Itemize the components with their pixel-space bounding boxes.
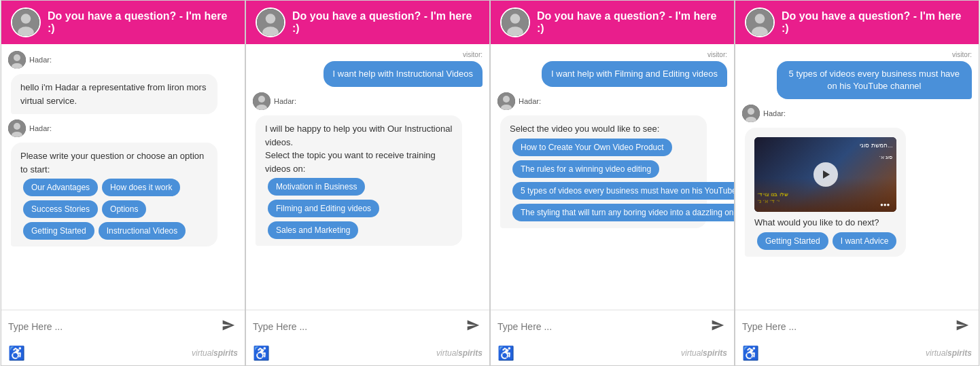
bubble-bot-3: Select the video you would like to see: …	[500, 115, 707, 228]
options-group-1: Our Advantages How does it work Success …	[23, 179, 208, 240]
option-options[interactable]: Options	[102, 200, 146, 218]
bubble-bot-1b: Please write your question or choose an …	[11, 143, 217, 246]
chat-widget-4: Do you have a question? - I'm here :) vi…	[735, 0, 979, 366]
svg-point-16	[510, 14, 521, 24]
chat-widget-3: Do you have a question? - I'm here :) vi…	[490, 0, 735, 366]
svg-point-22	[755, 14, 765, 24]
avatar-1	[11, 7, 41, 37]
accessibility-icon-1: ♿	[8, 345, 25, 361]
option-5-types-videos[interactable]: 5 types of videos every business must ha…	[512, 182, 734, 200]
chat-input-area-2	[246, 310, 489, 342]
option-i-want-advice[interactable]: I want Advice	[833, 232, 897, 250]
video-thumbnail[interactable]: חמשת סוגי... סוג א׳ שלו בנו צוי ד׳י׳ ד׳ …	[754, 137, 896, 212]
header-text-3: Do you have a question? - I'm here :)	[537, 10, 724, 35]
bubble-visitor-2: I want help with Instructional Videos	[323, 61, 483, 87]
bot-avatar-1b	[8, 120, 26, 137]
bubble-bot-1a: hello i'm Hadar a representative from li…	[11, 74, 217, 114]
chat-header-4: Do you have a question? - I'm here :)	[735, 1, 979, 44]
svg-point-1	[21, 14, 31, 24]
svg-point-13	[258, 96, 265, 103]
accessibility-icon-3: ♿	[497, 345, 514, 361]
option-getting-started-4[interactable]: Getting Started	[757, 232, 828, 250]
chat-input-2[interactable]	[253, 321, 463, 332]
brand-1: virtualspirits	[192, 348, 238, 358]
chat-input-area-3	[491, 310, 734, 342]
header-text-1: Do you have a question? - I'm here :)	[48, 10, 235, 35]
header-text-2: Do you have a question? - I'm here :)	[292, 10, 480, 35]
bubble-bot-2: I will be happy to help you with Our Ins…	[256, 115, 462, 246]
chat-footer-1: ♿ virtualspirits	[1, 342, 245, 365]
messages-3: visitor: I want help with Filming and Ed…	[491, 44, 734, 310]
bot-avatar-4	[742, 105, 760, 122]
option-filming[interactable]: Filming and Editing videos	[268, 200, 379, 217]
chat-input-3[interactable]	[497, 321, 708, 332]
chat-input-area-4	[735, 310, 979, 342]
brand-2: virtualspirits	[436, 348, 483, 358]
option-instructional-videos[interactable]: Instructional Videos	[99, 222, 186, 240]
option-getting-started[interactable]: Getting Started	[23, 222, 94, 240]
accessibility-icon-2: ♿	[253, 345, 270, 361]
bot-sender-1a: Hadar:	[8, 51, 238, 69]
svg-point-7	[14, 123, 20, 130]
bot-sender-3: Hadar:	[497, 92, 727, 110]
option-sales-marketing[interactable]: Sales and Marketing	[268, 221, 358, 239]
chat-header-2: Do you have a question? - I'm here :)	[246, 1, 489, 44]
send-button-2[interactable]	[463, 316, 483, 337]
chat-input-1[interactable]	[8, 321, 219, 332]
avatar-2	[256, 7, 285, 37]
bot-sender-1b: Hadar:	[8, 120, 238, 137]
visitor-label-2: visitor:	[253, 51, 483, 58]
messages-1: Hadar: hello i'm Hadar a representative …	[1, 44, 245, 310]
chat-input-4[interactable]	[742, 321, 953, 332]
option-styling-video[interactable]: The styling that will turn any boring vi…	[512, 204, 734, 221]
send-button-4[interactable]	[953, 316, 972, 337]
bot-avatar-3	[497, 92, 515, 110]
brand-4: virtualspirits	[926, 348, 972, 358]
brand-3: virtualspirits	[681, 348, 727, 358]
svg-point-4	[14, 54, 20, 61]
bot-sender-4: Hadar:	[742, 105, 972, 122]
bubble-visitor-3: I want help with Filming and Editing vid…	[542, 61, 727, 87]
chat-widgets-container: Do you have a question? - I'm here :) Ha…	[1, 0, 979, 366]
svg-marker-27	[823, 170, 830, 179]
option-our-advantages[interactable]: Our Advantages	[23, 179, 98, 196]
options-group-2: Motivation in Business Filming and Editi…	[268, 178, 453, 239]
chat-widget-1: Do you have a question? - I'm here :) Ha…	[1, 0, 245, 366]
what-next-text: What would you like to do next?	[754, 216, 896, 230]
chat-footer-2: ♿ virtualspirits	[246, 342, 489, 365]
bot-sender-2: Hadar:	[253, 92, 483, 110]
header-text-4: Do you have a question? - I'm here :)	[782, 10, 969, 35]
visitor-label-3: visitor:	[497, 51, 727, 58]
chat-footer-3: ♿ virtualspirits	[491, 342, 734, 365]
chat-footer-4: ♿ virtualspirits	[735, 342, 979, 365]
svg-point-25	[748, 108, 754, 115]
chat-widget-2: Do you have a question? - I'm here :) vi…	[245, 0, 490, 366]
messages-2: visitor: I want help with Instructional …	[246, 44, 489, 310]
svg-point-10	[266, 14, 276, 24]
video-play-button[interactable]	[813, 162, 838, 187]
options-group-4: Getting Started I want Advice	[757, 232, 896, 250]
avatar-4	[745, 7, 775, 37]
accessibility-icon-4: ♿	[742, 345, 759, 361]
messages-4: visitor: 5 types of videos every busines…	[735, 44, 979, 310]
chat-input-area-1	[1, 310, 245, 342]
bot-avatar-2	[253, 92, 270, 110]
bubble-visitor-4: 5 types of videos every business must ha…	[777, 61, 972, 99]
option-success-stories[interactable]: Success Stories	[23, 200, 98, 218]
avatar-3	[500, 7, 530, 37]
option-create-video-product[interactable]: How to Create Your Own Video Product	[512, 139, 672, 156]
chat-header-1: Do you have a question? - I'm here :)	[1, 1, 245, 44]
option-winning-editing[interactable]: The rules for a winning video editing	[512, 160, 659, 178]
send-button-3[interactable]	[708, 316, 727, 337]
option-motivation[interactable]: Motivation in Business	[268, 178, 365, 196]
chat-header-3: Do you have a question? - I'm here :)	[491, 1, 734, 44]
svg-point-19	[503, 96, 510, 103]
option-how-does-it-work[interactable]: How does it work	[102, 179, 180, 196]
options-group-3: How to Create Your Own Video Product The…	[512, 139, 697, 221]
visitor-label-4: visitor:	[742, 51, 972, 58]
bot-avatar-1a	[8, 51, 26, 69]
send-button-1[interactable]	[219, 316, 238, 337]
bubble-bot-4: חמשת סוגי... סוג א׳ שלו בנו צוי ד׳י׳ ד׳ …	[745, 128, 906, 257]
